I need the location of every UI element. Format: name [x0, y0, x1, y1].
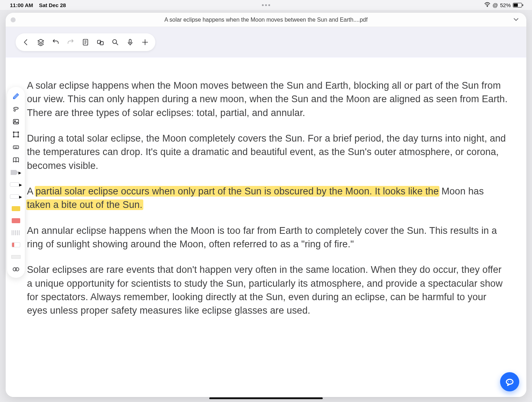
title-dropdown-button[interactable]	[512, 16, 520, 25]
p3-text-b: Moon has	[439, 186, 484, 197]
svg-rect-8	[14, 132, 18, 137]
status-date: Sat Dec 28	[39, 2, 66, 8]
ipad-status-bar: 11:00 AM Sat Dec 28 @ 52%	[0, 0, 532, 10]
paragraph-2: During a total solar eclipse, the Moon c…	[27, 132, 509, 172]
svg-rect-13	[13, 146, 19, 149]
highlight-2: taken a bite out of the Sun.	[26, 199, 143, 210]
highlighter-yellow-tool[interactable]	[10, 204, 22, 213]
battery-percent: 52%	[500, 2, 511, 8]
redo-button[interactable]	[67, 38, 74, 46]
drawing-tool-dock: ▸ ▸ ▸	[7, 87, 25, 278]
add-button[interactable]	[141, 38, 149, 46]
orientation-lock-icon: @	[493, 2, 498, 8]
highlighter-red-tool[interactable]	[10, 216, 22, 225]
white-pen-1-tool[interactable]: ▸	[10, 180, 22, 189]
status-time: 11:00 AM	[10, 2, 33, 8]
svg-point-10	[18, 132, 19, 133]
paragraph-1: A solar eclipse happens when the Moon mo…	[27, 79, 509, 120]
mic-button[interactable]	[126, 38, 134, 46]
svg-rect-5	[129, 39, 131, 43]
back-button[interactable]	[22, 38, 30, 46]
image-tool[interactable]	[10, 117, 22, 127]
link-button[interactable]	[96, 38, 104, 46]
title-bar: A solar eclipse happens when the Moon mo…	[6, 13, 526, 27]
ruler-tool[interactable]	[10, 252, 22, 261]
eraser-tool[interactable]	[10, 240, 22, 249]
toolbar-pill	[16, 33, 155, 51]
app-window: A solar eclipse happens when the Moon mo…	[6, 13, 526, 397]
undo-button[interactable]	[52, 38, 60, 46]
fountain-pen-tool[interactable]: ▸	[10, 168, 22, 177]
paragraph-3: A partial solar eclipse occurs when only…	[27, 185, 509, 212]
p3-text-a: A	[27, 186, 35, 197]
svg-point-12	[18, 136, 19, 137]
wifi-icon	[484, 2, 491, 8]
svg-point-4	[113, 40, 117, 44]
lasso-tool[interactable]	[10, 104, 22, 114]
document-title: A solar eclipse happens when the Moon mo…	[165, 17, 368, 23]
svg-point-16	[508, 381, 509, 382]
search-button[interactable]	[111, 38, 119, 46]
keyboard-tool[interactable]	[10, 142, 22, 152]
paragraph-5: Solar eclipses are rare events that don'…	[27, 263, 509, 317]
highlight-1: partial solar eclipse occurs when only p…	[35, 186, 439, 197]
white-pen-2-tool[interactable]: ▸	[10, 192, 22, 201]
chat-assistant-button[interactable]	[500, 372, 519, 391]
svg-point-17	[510, 381, 511, 382]
style-picker-button[interactable]	[10, 264, 22, 274]
toolbar-strip	[6, 27, 526, 57]
home-indicator[interactable]	[209, 397, 323, 399]
paragraph-4: An annular eclipse happens when the Moon…	[27, 224, 509, 251]
pen-tool[interactable]	[10, 91, 22, 101]
svg-rect-6	[13, 120, 19, 124]
svg-point-0	[487, 6, 488, 7]
battery-icon	[513, 3, 522, 7]
close-button[interactable]	[11, 17, 16, 22]
document-viewport[interactable]: A solar eclipse happens when the Moon mo…	[6, 57, 526, 397]
multitask-dots[interactable]	[262, 4, 270, 6]
read-tool[interactable]	[10, 155, 22, 165]
status-right: @ 52%	[484, 2, 522, 8]
status-time-date: 11:00 AM Sat Dec 28	[10, 2, 66, 8]
document-page: A solar eclipse happens when the Moon mo…	[27, 79, 509, 330]
svg-point-9	[13, 132, 14, 133]
outline-button[interactable]	[82, 38, 89, 46]
selection-marquee-tool[interactable]	[10, 228, 22, 237]
shape-tool[interactable]	[10, 130, 22, 139]
layers-button[interactable]	[37, 38, 45, 46]
svg-point-11	[13, 136, 14, 137]
